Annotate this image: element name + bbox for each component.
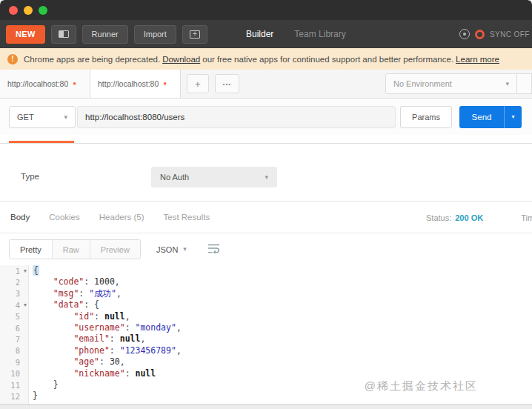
editor-line: 3 "msg": "成功", [0,288,532,299]
tab-team-library[interactable]: Team Library [294,29,345,39]
environment-selector[interactable]: No Environment ▾ [385,73,517,94]
window-bottom-edge [0,404,532,409]
code-line: "username": "monday", [29,322,182,333]
request-tab-title: http://localhost:80 [7,79,68,88]
line-number: 5 [0,311,29,322]
tab-response-body[interactable]: Body [10,213,30,222]
fold-caret-icon[interactable]: ▾ [20,302,27,308]
time-label: Time [521,213,532,222]
tab-options-button[interactable]: ••• [215,74,239,93]
editor-line: 1▾{ [0,265,532,276]
response-viewer-toolbar: Pretty Raw Preview JSON ▾ [0,233,532,265]
response-tabs: Body Cookies Headers (5) Test Results St… [0,201,532,233]
code-line: "age": 30, [29,356,125,368]
deprecation-banner: ! Chrome apps are being deprecated.Downl… [0,48,532,70]
editor-line: 6 "username": "monday", [0,322,532,333]
sidebar-toggle-icon [59,30,69,38]
interceptor-dot [463,33,466,36]
editor-line: 2 "code": 1000, [0,276,532,287]
environment-peek-button[interactable] [517,73,532,94]
editor-line: 8 "phone": "123456789", [0,345,532,356]
sidebar-toggle-button[interactable] [51,25,76,44]
code-line: { [29,265,39,276]
editor-line: 5 "id": null, [0,311,532,322]
pretty-button[interactable]: Pretty [10,240,52,259]
preview-button[interactable]: Preview [90,240,140,259]
tab-response-headers[interactable]: Headers (5) [99,213,144,222]
window-controls [9,6,47,15]
view-mode-group: Pretty Raw Preview [9,239,141,259]
request-tabstrip: http://localhost:80 ● http://localhost:8… [0,70,532,99]
chevron-down-icon: ▾ [64,114,67,121]
tab-response-cookies[interactable]: Cookies [49,213,80,222]
banner-text: Chrome apps are being deprecated.Downloa… [24,55,502,64]
learn-more-link[interactable]: Learn more [456,55,499,64]
minimize-button[interactable] [24,6,33,15]
language-selector[interactable]: JSON ▾ [152,239,191,259]
import-button[interactable]: Import [134,25,176,44]
send-button[interactable]: Send [459,106,504,128]
new-window-icon: + [190,30,200,39]
close-button[interactable] [9,6,18,15]
word-wrap-icon[interactable] [207,243,221,256]
code-line: "id": null, [29,311,130,322]
line-number: 1▾ [0,265,29,276]
raw-button[interactable]: Raw [52,240,90,259]
main-toolbar: NEW Runner Import + Builder Team Library… [0,20,532,48]
line-number: 11 [0,379,29,390]
params-button[interactable]: Params [400,106,452,128]
code-line: "phone": "123456789", [29,345,182,356]
unsaved-dot-icon: ● [73,81,76,87]
code-line: } [29,379,59,390]
new-tab-button[interactable]: + [187,74,209,93]
chevron-down-icon: ▾ [265,174,268,181]
tab-builder[interactable]: Builder [246,29,273,39]
url-input[interactable] [77,106,396,128]
active-tab-underline [9,141,74,143]
postman-window: NEW Runner Import + Builder Team Library… [0,0,532,409]
code-line: } [29,390,38,402]
watermark: @稀土掘金技术社区 [365,379,478,393]
chevron-down-icon: ▾ [505,81,509,87]
interceptor-icon[interactable] [459,29,470,39]
line-number: 7 [0,333,29,345]
runner-button[interactable]: Runner [82,25,128,44]
zoom-button[interactable] [39,6,47,15]
send-options-button[interactable]: ▾ [504,106,522,128]
sync-status-icon[interactable] [475,30,485,39]
code-line: "email": null, [29,333,145,345]
banner-middle: our free native apps for continued suppo… [202,55,453,64]
auth-type-value: No Auth [160,173,189,182]
status-value: 200 OK [455,213,483,222]
chevron-down-icon: ▾ [511,114,514,120]
line-number: 12 [0,390,29,402]
code-line: "nickname": null [29,368,156,379]
method-selector[interactable]: GET ▾ [9,106,76,128]
line-number: 6 [0,322,29,333]
authorization-panel: Type No Auth ▾ [0,144,532,201]
auth-type-selector[interactable]: No Auth ▾ [151,167,277,187]
new-window-button[interactable]: + [182,25,207,44]
toolbar-right: SYNC OFF [459,20,530,48]
tab-test-results[interactable]: Test Results [164,213,210,222]
send-group: Send ▾ [459,106,522,128]
request-tab-2[interactable]: http://localhost:80 ● [90,70,181,98]
sync-status-label: SYNC OFF [490,30,530,39]
line-number: 2 [0,276,29,287]
request-tab-title: http://localhost:80 [98,79,159,88]
chevron-down-icon: ▾ [183,246,187,253]
auth-type-label: Type [21,172,39,181]
unsaved-dot-icon: ● [163,81,167,87]
fold-caret-icon[interactable]: ▾ [20,268,27,274]
code-line: "data": { [29,299,99,310]
banner-prefix: Chrome apps are being deprecated. [24,55,160,64]
request-tab-1[interactable]: http://localhost:80 ● [0,70,90,98]
code-line: "code": 1000, [29,276,120,287]
editor-line: 4▾ "data": { [0,299,532,310]
new-button[interactable]: NEW [6,25,45,44]
download-link[interactable]: Download [162,55,200,64]
line-number: 4▾ [0,299,29,310]
status-label: Status: [426,213,451,222]
line-number: 9 [0,356,29,368]
line-number: 3 [0,288,29,299]
